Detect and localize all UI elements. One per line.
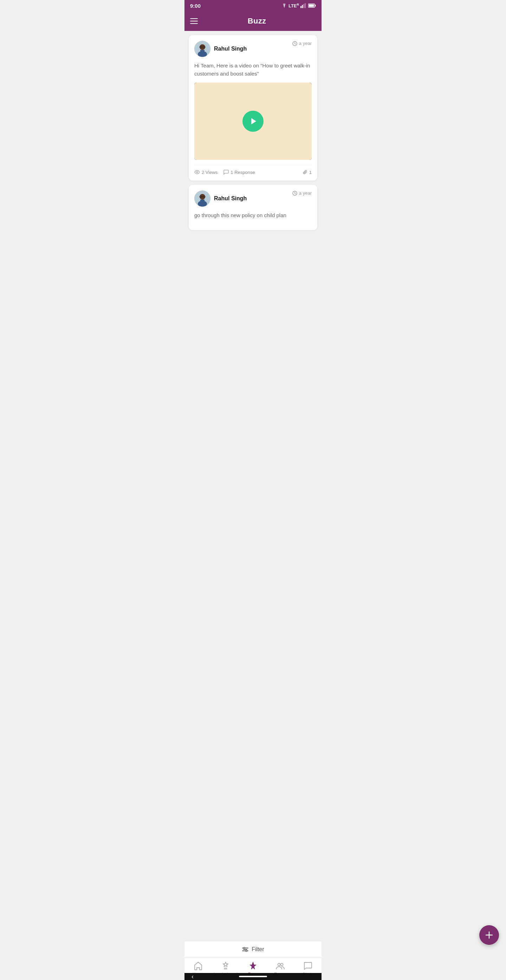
post-card-2: Rahul Singh a year go through this new p… [189, 185, 317, 230]
svg-marker-15 [251, 118, 256, 124]
views-count-1: 2 Views [202, 170, 218, 175]
post-header-1: Rahul Singh a year [194, 41, 312, 57]
page-title: Buzz [198, 16, 316, 25]
post-card-1: Rahul Singh a year Hi Team, Here is a vi… [189, 35, 317, 181]
wifi-icon [282, 3, 287, 8]
attachment-count-1: 1 [309, 170, 312, 175]
svg-point-16 [196, 172, 198, 173]
svg-rect-2 [303, 4, 304, 8]
author-name-1: Rahul Singh [214, 46, 247, 52]
post-footer-1: 2 Views 1 Response 1 [194, 165, 312, 175]
svg-rect-6 [309, 5, 314, 7]
status-icons: LTER [282, 3, 316, 8]
post-header-2: Rahul Singh a year [194, 191, 312, 207]
play-icon [250, 117, 258, 126]
signal-icon [301, 3, 307, 8]
svg-rect-0 [301, 6, 301, 8]
post-body-2: go through this new policy on child plan [194, 212, 312, 220]
time-label-1: a year [299, 41, 312, 46]
svg-rect-1 [302, 5, 303, 8]
attachment-stat-1: 1 [303, 170, 312, 175]
eye-icon-1 [194, 169, 200, 175]
svg-rect-3 [305, 3, 306, 8]
clock-icon-2 [292, 191, 297, 196]
status-bar: 9:00 LTER [185, 0, 321, 11]
svg-rect-5 [315, 5, 316, 7]
video-container-1[interactable] [194, 83, 312, 160]
svg-rect-20 [200, 200, 205, 202]
chat-icon-1 [223, 169, 229, 175]
main-content: Rahul Singh a year Hi Team, Here is a vi… [185, 31, 321, 277]
svg-rect-10 [200, 50, 205, 53]
clock-icon-1 [292, 41, 297, 46]
avatar-1 [194, 41, 210, 57]
attachment-icon-1 [303, 170, 308, 175]
status-time: 9:00 [190, 3, 200, 9]
responses-stat-1: 1 Response [223, 169, 255, 175]
time-label-2: a year [299, 191, 312, 196]
post-time-1: a year [292, 41, 312, 46]
battery-icon [308, 3, 316, 8]
video-thumbnail-1[interactable] [194, 83, 312, 160]
author-name-2: Rahul Singh [214, 196, 247, 202]
post-author-2: Rahul Singh [194, 191, 247, 207]
views-stat-1: 2 Views [194, 169, 218, 175]
post-body-1: Hi Team, Here is a video on "How to gree… [194, 62, 312, 78]
post-time-2: a year [292, 191, 312, 196]
post-author-1: Rahul Singh [194, 41, 247, 57]
app-header: Buzz [185, 11, 321, 31]
play-button-1[interactable] [242, 111, 264, 132]
network-label: LTER [288, 3, 299, 8]
menu-button[interactable] [190, 18, 198, 24]
responses-count-1: 1 Response [231, 170, 255, 175]
avatar-2 [194, 191, 210, 207]
